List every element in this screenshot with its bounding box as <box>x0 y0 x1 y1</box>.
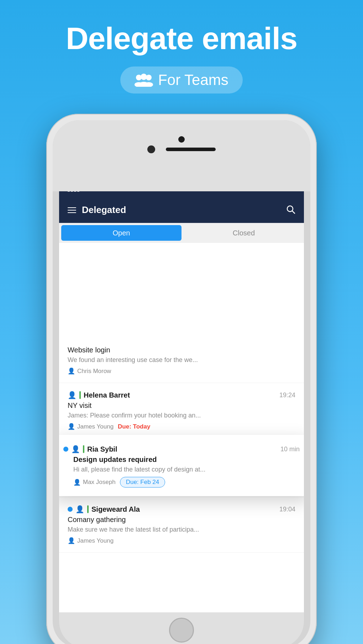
email-preview: Hi all, please find the latest copy of d… <box>63 466 300 473</box>
phone-top-row <box>147 145 216 153</box>
email-meta-3: 👤 James Young Due: Today <box>68 423 295 430</box>
tabs-bar: Open Closed <box>59 223 304 243</box>
email-item-top: 👤 Ria Sybil 10 min <box>63 445 300 453</box>
assignee-3: 👤 James Young <box>68 423 114 430</box>
assignee-5: 👤 James Young <box>68 537 114 544</box>
hamburger-line-2 <box>68 210 76 211</box>
priority-bar-5 <box>87 505 89 513</box>
front-camera <box>147 145 155 153</box>
assignee-name-2: Chris Morow <box>77 368 111 375</box>
front-camera-dot <box>178 136 185 143</box>
hamburger-line-1 <box>68 207 76 208</box>
phone-top-area <box>53 120 310 191</box>
team-icon <box>135 73 153 87</box>
email-item-top-3: 👤 Helena Barret 19:24 <box>68 391 295 399</box>
person-icon-5: 👤 <box>75 505 84 513</box>
assignee-name: Max Joseph <box>83 479 116 486</box>
header-left: Delegated <box>68 204 126 215</box>
sender-row-2: Website login <box>68 346 110 354</box>
floating-email-card[interactable]: 👤 Ria Sybil 10 min Design updates requir… <box>59 435 304 496</box>
assignee-icon-2: 👤 <box>68 367 75 375</box>
unread-dot <box>63 447 68 452</box>
assignee-name-3: James Young <box>77 423 114 430</box>
email-meta-5: 👤 James Young <box>68 537 295 544</box>
unread-dot-5 <box>68 507 73 512</box>
for-teams-label: For Teams <box>158 71 228 89</box>
phone-screen: Readdle ∿ 12:21 <box>59 179 304 612</box>
sender-name-3: Helena Barret <box>84 391 130 399</box>
assignee-icon-3: 👤 <box>68 423 75 430</box>
email-time-5: 19:04 <box>279 506 295 513</box>
search-icon <box>286 205 295 214</box>
hamburger-line-3 <box>68 212 76 213</box>
due-badge-red: Due: Today <box>118 423 150 430</box>
due-badge: Due: Feb 24 <box>120 477 165 488</box>
sender-name: Ria Sybil <box>87 445 117 453</box>
email-item-website-login[interactable]: Website login We found an interesting us… <box>59 243 304 383</box>
phone-device: Readdle ∿ 12:21 <box>46 114 317 644</box>
svg-point-2 <box>141 74 147 80</box>
email-time-3: 19:24 <box>279 392 295 399</box>
email-meta: 👤 Max Joseph Due: Feb 24 <box>63 477 300 488</box>
email-item-sigeweard[interactable]: 👤 Sigeweard Ala 19:04 Comany gathering M… <box>59 497 304 553</box>
tab-closed[interactable]: Closed <box>184 223 304 243</box>
email-preview-3: James: Please confirm your hotel booking… <box>68 412 295 419</box>
email-item-top-5: 👤 Sigeweard Ala 19:04 <box>68 505 295 513</box>
email-time: 10 min <box>280 446 300 453</box>
menu-button[interactable] <box>68 207 76 213</box>
email-preview-5: Make sure we have the latest list of par… <box>68 526 295 533</box>
email-list: 👤 Ria Sybil 10 min Design updates requir… <box>59 243 304 553</box>
email-item-top-2: Website login <box>68 346 295 354</box>
sender-row-3: 👤 Helena Barret <box>68 391 130 399</box>
home-button[interactable] <box>169 618 194 643</box>
sender-name-2: Website login <box>68 346 110 354</box>
email-subject: Design updates required <box>63 456 300 464</box>
email-meta-2: 👤 Chris Morow <box>68 367 295 375</box>
sender-name-5: Sigeweard Ala <box>91 505 140 513</box>
app-title: Delegated <box>82 204 126 215</box>
hero-title: Delegate emails <box>0 21 363 56</box>
for-teams-badge: For Teams <box>120 66 243 94</box>
phone-wrapper: Readdle ∿ 12:21 <box>46 114 317 644</box>
phone-bottom <box>59 612 304 644</box>
assignee-icon-5: 👤 <box>68 537 75 544</box>
email-item-helena[interactable]: 👤 Helena Barret 19:24 NY visit James: Pl… <box>59 383 304 438</box>
email-preview-2: We found an interesting use case for the… <box>68 356 295 364</box>
sender-row-5: 👤 Sigeweard Ala <box>68 505 140 513</box>
person-icon: 👤 <box>71 445 80 453</box>
assignee-icon: 👤 <box>73 479 81 486</box>
priority-bar-3 <box>79 391 81 399</box>
email-subject-5: Comany gathering <box>68 516 295 524</box>
assignee: 👤 Max Joseph <box>73 479 116 486</box>
tab-open[interactable]: Open <box>61 225 182 241</box>
search-button[interactable] <box>286 205 295 215</box>
app-header: Delegated <box>59 197 304 223</box>
sender-row: 👤 Ria Sybil <box>63 445 117 453</box>
phone-inner: Readdle ∿ 12:21 <box>53 120 310 644</box>
assignee-2: 👤 Chris Morow <box>68 367 111 375</box>
person-icon-3: 👤 <box>68 391 77 399</box>
hero-section: Delegate emails For Teams <box>0 0 363 94</box>
priority-bar <box>83 445 84 453</box>
svg-line-7 <box>292 211 295 213</box>
assignee-name-5: James Young <box>77 537 114 544</box>
speaker-bar <box>166 148 216 151</box>
email-subject-3: NY visit <box>68 401 295 410</box>
